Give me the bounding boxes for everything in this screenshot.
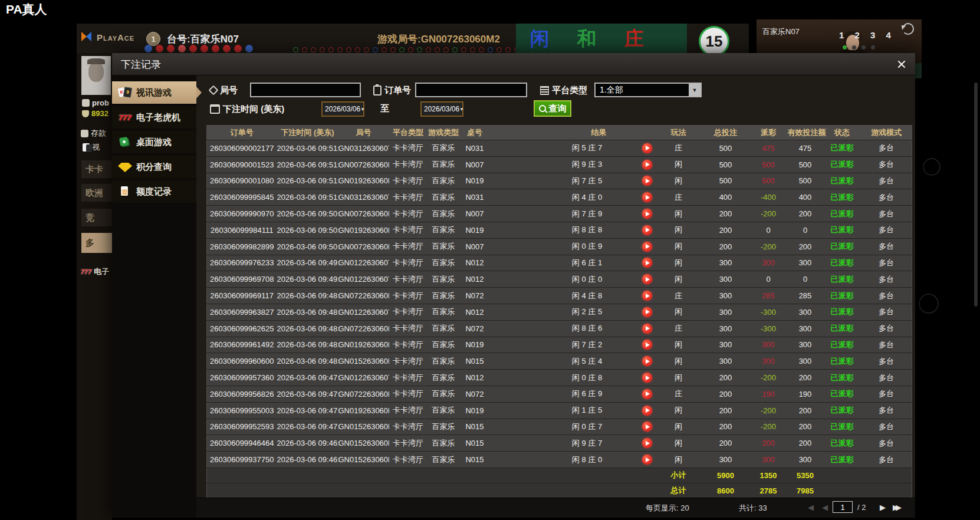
camera-dots[interactable]	[843, 45, 875, 50]
cell-payout: 190	[749, 386, 788, 402]
cell-round: GN031263060TK	[338, 140, 389, 157]
menu-stub-2[interactable]: 竞	[81, 209, 113, 226]
result-text: 闲 2 庄 5	[537, 307, 637, 317]
close-icon[interactable]	[896, 59, 907, 70]
page-total-label: / 2	[857, 503, 866, 512]
cell-status: 已派彩	[823, 156, 861, 173]
cell-platform: 卡卡湾厅	[389, 156, 427, 173]
cell-mode: 多台	[861, 304, 912, 320]
play-video-button[interactable]	[642, 307, 652, 317]
bet-zone-tie[interactable]: 和	[563, 24, 610, 53]
chevron-down-icon: ▼	[459, 107, 464, 112]
sidebar-item-label: 电子老虎机	[136, 112, 180, 123]
sidebar-item-label: 视讯游戏	[136, 87, 172, 98]
video-menu-stub[interactable]: 视	[83, 142, 100, 153]
play-video-button[interactable]	[642, 373, 652, 383]
result-text: 闲 7 庄 9	[537, 209, 637, 219]
play-video-button[interactable]	[642, 225, 652, 235]
cell-result: 闲 8 庄 8	[490, 222, 655, 238]
cell-status: 已派彩	[823, 206, 861, 222]
sidebar-item-quota[interactable]: 额度记录	[112, 180, 196, 203]
next-page-button[interactable]: ▶	[880, 503, 886, 512]
cell-round: GN031263060TJ	[338, 189, 389, 206]
bet-zones[interactable]: 闲 和 庄	[516, 24, 687, 53]
last-page-button[interactable]: ▶▶	[893, 503, 899, 512]
cell-valid-bet: 300	[788, 353, 823, 370]
cell-result: 闲 5 庄 4	[490, 353, 655, 370]
sidebar-item-tablegames[interactable]: 桌面游戏	[112, 131, 196, 153]
video-table-label: 百家乐N07	[762, 27, 800, 37]
play-video-button[interactable]	[642, 455, 652, 465]
play-video-button[interactable]	[642, 340, 652, 350]
cell-platform: 卡卡湾厅	[389, 419, 427, 435]
page-number-input[interactable]	[833, 501, 853, 513]
cell-time: 2026-03-06 09:47:53	[277, 370, 338, 386]
sidebar-item-points[interactable]: 积分查询	[112, 156, 196, 178]
deposit-link[interactable]: 存款	[81, 128, 106, 139]
cell-result: 闲 7 庄 2	[490, 337, 655, 353]
play-video-button[interactable]	[642, 438, 652, 448]
cell-table: N007	[460, 206, 490, 222]
menu-stub-0[interactable]: 卡卡	[81, 160, 113, 178]
play-video-button[interactable]	[642, 258, 652, 268]
cell-table: N019	[460, 402, 490, 419]
cell-payout: -200	[749, 419, 788, 435]
date-from-picker[interactable]: 2026/03/06▼	[321, 101, 364, 117]
play-video-button[interactable]	[642, 291, 652, 301]
play-video-button[interactable]	[642, 389, 652, 399]
first-page-button[interactable]: ◀	[808, 503, 814, 512]
cell-total-bet: 300	[702, 288, 749, 304]
user-icon	[82, 99, 90, 107]
cell-status: 已派彩	[823, 386, 861, 402]
scrollbar[interactable]	[974, 83, 978, 307]
play-video-button[interactable]	[642, 192, 652, 202]
road-ring	[461, 47, 466, 52]
cell-time: 2026-03-06 09:50:47	[277, 206, 338, 222]
slot-menu-stub[interactable]: 777电子	[81, 266, 109, 277]
play-video-button[interactable]	[642, 406, 652, 416]
play-video-button[interactable]	[642, 422, 652, 432]
total-count-label: 共计: 33	[739, 503, 767, 514]
refresh-icon[interactable]	[902, 23, 914, 35]
prev-page-button[interactable]: ◀	[822, 503, 828, 512]
result-text: 闲 4 庄 8	[537, 291, 637, 301]
sidebar-item-slots[interactable]: 777电子老虎机	[112, 106, 196, 129]
table-row: 2603060999573602026-03-06 09:47:53GN0122…	[207, 370, 912, 386]
play-video-button[interactable]	[642, 143, 652, 153]
cell-play-type: 庄	[655, 189, 702, 206]
play-video-button[interactable]	[642, 242, 652, 252]
platform-filter-label: 平台类型	[540, 83, 587, 98]
cell-status: 已派彩	[823, 189, 861, 206]
play-video-button[interactable]	[642, 274, 652, 284]
play-video-button[interactable]	[642, 356, 652, 366]
cell-payout: 500	[749, 156, 788, 173]
menu-stub-1[interactable]: 欧洲	[81, 184, 113, 202]
sidebar-item-videogames[interactable]: 视讯游戏	[112, 81, 196, 104]
cell-table: N012	[460, 304, 490, 320]
date-to-picker[interactable]: 2026/03/06▼	[420, 101, 463, 117]
search-button[interactable]: 查询	[534, 100, 571, 117]
camera-numbers[interactable]: 1 2 3 4	[839, 30, 895, 40]
order-filter-input[interactable]	[415, 83, 527, 97]
bet-zone-banker[interactable]: 庄	[610, 24, 657, 53]
platform-select[interactable]: 1.全部 ▼	[594, 83, 702, 97]
cell-play-type: 庄	[655, 140, 702, 157]
bet-zone-player[interactable]: 闲	[516, 24, 563, 53]
moneybag-icon	[82, 110, 89, 117]
round-filter-input[interactable]	[250, 83, 361, 97]
play-video-button[interactable]	[642, 324, 652, 334]
cell-time: 2026-03-06 09:50:07	[277, 238, 338, 255]
play-video-button[interactable]	[642, 160, 652, 170]
table-row: 2603060999828992026-03-06 09:50:07GN0072…	[207, 238, 912, 255]
cell-round: GN019263060LC	[338, 222, 389, 238]
cell-valid-bet: 500	[788, 173, 823, 189]
cell-mode: 多台	[861, 320, 912, 337]
cell-game-type: 百家乐	[427, 353, 460, 370]
cell-result: 闲 4 庄 8	[490, 288, 655, 304]
cell-play-type: 庄	[655, 386, 702, 402]
cell-play-type: 庄	[655, 288, 702, 304]
menu-stub-3[interactable]: 多	[81, 233, 113, 253]
play-video-button[interactable]	[642, 176, 652, 186]
video-cards-icon	[118, 87, 132, 98]
play-video-button[interactable]	[642, 209, 652, 219]
